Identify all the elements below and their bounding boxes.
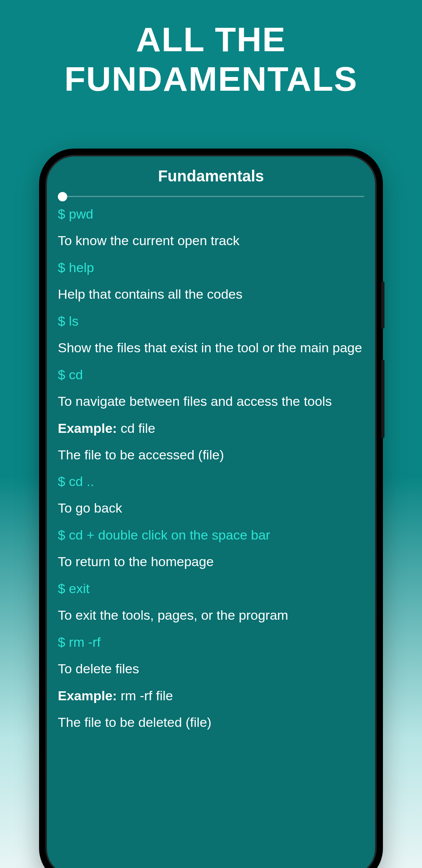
description-line: To exit the tools, pages, or the program <box>58 606 364 624</box>
progress-slider[interactable] <box>58 196 364 197</box>
hero-line-2: FUNDAMENTALS <box>0 59 422 99</box>
command-line: $ cd .. <box>58 474 364 489</box>
phone-screen: Fundamentals $ pwdTo know the current op… <box>45 155 377 868</box>
command-line: $ exit <box>58 581 364 596</box>
command-line: $ ls <box>58 314 364 329</box>
example-line: Example: cd file <box>58 421 364 436</box>
phone-side-button-1 <box>381 282 384 328</box>
command-line: $ rm -rf <box>58 635 364 650</box>
example-value: rm -rf file <box>117 688 173 703</box>
description-line: To know the current open track <box>58 232 364 250</box>
command-line: $ pwd <box>58 206 364 222</box>
description-line: The file to be accessed (file) <box>58 446 364 464</box>
example-value: cd file <box>117 421 155 436</box>
description-line: The file to be deleted (file) <box>58 714 364 732</box>
content-list[interactable]: $ pwdTo know the current open track$ hel… <box>58 206 364 732</box>
progress-thumb[interactable] <box>58 192 67 201</box>
hero-title: ALL THE FUNDAMENTALS <box>0 0 422 110</box>
example-label: Example: <box>58 688 117 703</box>
description-line: To return to the homepage <box>58 553 364 571</box>
command-line: $ cd <box>58 367 364 382</box>
phone-frame: Fundamentals $ pwdTo know the current op… <box>39 149 383 868</box>
hero-line-1: ALL THE <box>0 20 422 59</box>
command-line: $ help <box>58 260 364 275</box>
description-line: To delete files <box>58 660 364 678</box>
command-line: $ cd + double click on the space bar <box>58 527 364 543</box>
example-label: Example: <box>58 421 117 436</box>
description-line: Show the files that exist in the tool or… <box>58 339 364 357</box>
example-line: Example: rm -rf file <box>58 688 364 703</box>
page-title: Fundamentals <box>58 167 364 185</box>
description-line: To navigate between files and access the… <box>58 393 364 411</box>
description-line: To go back <box>58 499 364 517</box>
phone-side-button-2 <box>381 360 384 438</box>
description-line: Help that contains all the codes <box>58 285 364 303</box>
